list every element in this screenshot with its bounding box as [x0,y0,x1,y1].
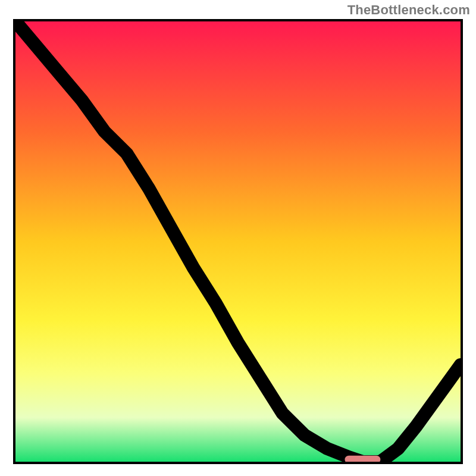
optimal-marker [345,456,381,462]
chart-overlay [15,21,461,462]
chart-container [13,19,463,464]
bottleneck-curve [15,21,461,462]
watermark-text: TheBottleneck.com [347,2,470,18]
